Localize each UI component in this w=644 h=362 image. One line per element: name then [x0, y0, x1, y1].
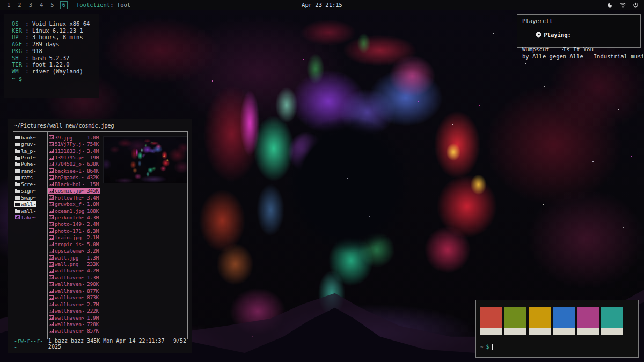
palette-terminal-window[interactable]: ~ $	[475, 300, 639, 358]
directory-row[interactable]: wall~	[13, 208, 47, 214]
image-preview-thumbnail	[103, 136, 187, 183]
file-row[interactable]: wallhaven~877K	[48, 287, 100, 294]
file-row[interactable]: 39.jpg1.0M	[48, 134, 100, 141]
wifi-icon[interactable]	[619, 2, 626, 8]
workspace-5[interactable]: 5	[49, 2, 55, 9]
directory-row[interactable]: Prof~	[13, 154, 47, 160]
file-row[interactable]: train.jpg2.1M	[48, 234, 100, 241]
file-row[interactable]: wall.jpg1.3M	[48, 254, 100, 261]
file-row[interactable]: wall.png233K	[48, 261, 100, 267]
fetch-label: UP	[12, 34, 25, 41]
directory-name: Prof~	[21, 154, 36, 160]
focused-app-name: footclient	[76, 2, 110, 8]
file-row[interactable]: FollowThe~3.4M	[48, 194, 100, 201]
fetch-colon: :	[25, 68, 32, 75]
file-row[interactable]: wallhaven~1.3M	[48, 274, 100, 280]
file-name: wallhaven~	[55, 275, 84, 280]
workspace-1[interactable]: 1	[5, 2, 12, 9]
file-row[interactable]: cosmic.jp~345K	[48, 188, 100, 194]
shell-prompt[interactable]: ~ $	[480, 344, 638, 350]
fetch-colon: :	[25, 55, 32, 61]
file-row[interactable]: wallhaven~857K	[48, 328, 100, 334]
player-status-label: Playing:	[544, 32, 571, 38]
preview-pane	[100, 132, 187, 339]
directory-row[interactable]: bank~	[13, 134, 47, 141]
fetch-terminal-window[interactable]: OS: Void Linux x86_64KER: Linux 6.12.23_…	[4, 14, 99, 98]
file-row[interactable]: photo-171~6.3M	[48, 227, 100, 234]
workspace-list: 123456	[5, 1, 68, 9]
power-icon[interactable]	[633, 2, 639, 8]
file-row[interactable]: 1131833.j~3.4M	[48, 147, 100, 154]
file-row[interactable]: 7704502_o~638K	[48, 161, 100, 167]
file-name: peikonleh~	[55, 215, 84, 220]
directory-row[interactable]: Scre~	[13, 181, 47, 187]
workspace-4[interactable]: 4	[38, 2, 45, 9]
file-size: 864K	[87, 168, 99, 174]
file-size: 1.0M	[87, 201, 99, 207]
directory-name: wall~	[21, 201, 36, 207]
directory-row[interactable]: rand~	[13, 167, 47, 174]
file-name: wallhaven~	[55, 328, 84, 334]
swatch-color	[553, 307, 575, 328]
file-size: 188K	[87, 208, 99, 214]
file-row[interactable]: wallhaven~4.2M	[48, 268, 100, 274]
file-row[interactable]: Black-hol~15M	[48, 181, 100, 187]
file-size: 877K	[87, 288, 99, 294]
directory-name: wall~	[21, 208, 36, 214]
file-name: bg2qaads.~	[55, 174, 84, 180]
fetch-value: bash 5.2.32	[32, 55, 70, 61]
night-mode-icon[interactable]	[607, 2, 613, 8]
fetch-label: AGE	[12, 41, 25, 48]
directory-row[interactable]: lake~	[13, 214, 47, 220]
file-row[interactable]: wallhaven~222K	[48, 307, 100, 314]
fetch-row: PKG: 918	[12, 48, 99, 55]
file-row[interactable]: wallhaven~728K	[48, 321, 100, 327]
fetch-value: 3 hours, 8 mins	[32, 34, 83, 40]
file-row[interactable]: wallhaven~2.7M	[48, 301, 100, 307]
file-size: 754K	[87, 141, 99, 147]
file-size: 290K	[87, 281, 99, 287]
directory-row[interactable]: sign~	[13, 188, 47, 194]
file-row[interactable]: tropic_is~5.0M	[48, 241, 100, 247]
directory-row[interactable]: Swap~	[13, 194, 47, 201]
file-row[interactable]: ocean1.jpg188K	[48, 208, 100, 214]
directory-entry: Puhe~	[14, 161, 36, 167]
file-row[interactable]: photo-149~2.4M	[48, 221, 100, 227]
file-size: 1.9M	[87, 315, 99, 321]
directory-entry: bank~	[14, 135, 36, 141]
file-row[interactable]: backiee-1~864K	[48, 167, 100, 174]
file-size: 222K	[87, 308, 99, 314]
file-row[interactable]: wallhaven~873K	[48, 294, 100, 301]
workspace-3[interactable]: 3	[27, 2, 34, 9]
file-row[interactable]: gruvbox_f~1.0M	[48, 201, 100, 207]
color-palette	[480, 307, 638, 335]
file-manager-window[interactable]: ~/Pictures/wall_new/cosmic.jpeg bank~gru…	[8, 119, 192, 353]
file-status-info: 1 bazz bazz 345K Mon Apr 14 22:11:37 202…	[48, 338, 173, 350]
file-row[interactable]: wallhaven~1.9M	[48, 314, 100, 321]
directory-row[interactable]: gruv~	[13, 141, 47, 147]
workspace-2[interactable]: 2	[16, 2, 23, 9]
palette-swatch	[529, 307, 551, 335]
file-size: 638K	[87, 161, 99, 167]
playerctl-widget[interactable]: Playerctl Playing: Wumpscut - Is It You …	[517, 14, 641, 48]
fetch-value: foot 1.22.0	[32, 61, 70, 68]
file-manager-status-bar: -rw-r--r-- 1 bazz bazz 345K Mon Apr 14 2…	[14, 338, 186, 350]
file-row[interactable]: 1391795.p~19M	[48, 154, 100, 160]
directory-row[interactable]: Puhe~	[13, 161, 47, 167]
file-row[interactable]: wallhaven~290K	[48, 281, 100, 287]
file-row[interactable]: upscaleme~3.2M	[48, 247, 100, 254]
file-row[interactable]: 51Vj7Fy.j~754K	[48, 141, 100, 147]
file-row[interactable]: peikonleh~4.3M	[48, 214, 100, 220]
file-name: 1391795.p~	[55, 154, 84, 160]
directory-entry: wall~	[14, 201, 36, 207]
file-manager-panes: bank~gruv~la_p~Prof~Puhe~rand~ratsScre~s…	[13, 131, 188, 339]
player-track: Wumpscut - Is It You	[522, 46, 635, 53]
directory-row[interactable]: la_p~	[13, 147, 47, 154]
directory-row[interactable]: rats	[13, 174, 47, 181]
fetch-value: 918	[32, 48, 42, 54]
workspace-6[interactable]: 6	[60, 1, 68, 9]
fetch-rows: OS: Void Linux x86_64KER: Linux 6.12.23_…	[12, 20, 99, 75]
file-row[interactable]: bg2qaads.~432K	[48, 174, 100, 181]
directory-row[interactable]: wall~	[13, 201, 47, 207]
directory-name: lake~	[21, 215, 36, 220]
